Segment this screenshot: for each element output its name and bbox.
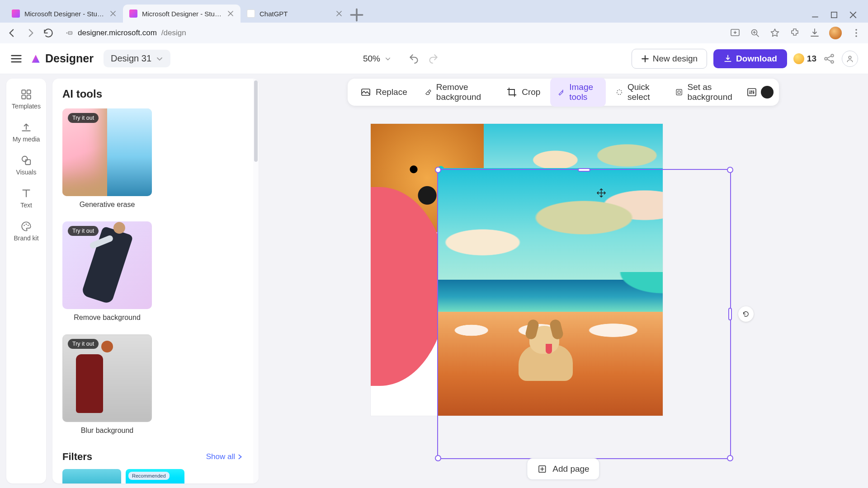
redo-icon[interactable] <box>427 53 439 65</box>
add-page-icon <box>537 464 547 474</box>
downloads-icon[interactable] <box>809 28 820 38</box>
ai-tools-grid: Try it out Generative erase Try it out R… <box>62 108 243 441</box>
filter-thumb: Recommended <box>126 469 184 483</box>
filter-normal[interactable]: Normal <box>62 469 121 483</box>
quick-select-button[interactable]: Quick select <box>609 78 665 107</box>
undo-icon[interactable] <box>408 53 420 65</box>
rail-label: Visuals <box>16 169 37 176</box>
browser-tab[interactable]: ChatGPT <box>241 5 349 23</box>
url-path: /design <box>161 28 186 38</box>
svg-point-18 <box>24 225 25 226</box>
forward-icon[interactable] <box>24 27 36 39</box>
tool-generative-erase[interactable]: Try it out Generative erase <box>62 108 152 215</box>
filter-punch[interactable]: Recommended Punch <box>126 469 184 483</box>
tool-blur-background[interactable]: Try it out Blur background <box>62 334 152 441</box>
rail-templates[interactable]: Templates <box>6 84 46 114</box>
app-body: Templates My media Visuals Text Brand ki… <box>0 74 868 488</box>
credits-counter[interactable]: 13 <box>793 53 816 64</box>
crop-button[interactable]: Crop <box>499 82 547 102</box>
menu-icon[interactable] <box>10 52 23 65</box>
text-icon <box>20 188 32 199</box>
tool-label: Remove background <box>62 309 152 328</box>
browser-tab-strip: Microsoft Designer - Stunning Microsoft … <box>0 0 868 23</box>
ai-tools-heading: AI tools <box>62 88 243 100</box>
lasso-icon <box>616 87 623 98</box>
app-header: Designer Design 31 50% New design Downlo… <box>0 43 868 74</box>
rotate-handle[interactable] <box>738 306 754 322</box>
maximize-icon[interactable] <box>830 11 838 19</box>
svg-point-1 <box>66 33 68 34</box>
move-cursor-icon <box>596 188 606 198</box>
canvas-area[interactable]: Replace Remove background Crop Image too… <box>259 74 868 488</box>
magic-wand-icon <box>557 87 565 98</box>
window-controls <box>811 11 863 23</box>
extensions-icon[interactable] <box>789 28 800 38</box>
rail-visuals[interactable]: Visuals <box>6 150 46 180</box>
share-icon[interactable] <box>823 52 835 65</box>
window-close-icon[interactable] <box>849 11 857 19</box>
chevron-down-icon <box>385 56 391 62</box>
tab-title: Microsoft Designer - Stunning <box>24 10 105 18</box>
svg-point-20 <box>28 225 29 226</box>
tool-thumb: Try it out <box>62 108 152 196</box>
panel-scrollbar[interactable] <box>253 79 259 483</box>
add-page-button[interactable]: Add page <box>527 458 599 480</box>
kebab-icon[interactable] <box>851 28 862 38</box>
replace-button[interactable]: Replace <box>353 82 415 102</box>
color-button[interactable] <box>761 83 774 101</box>
layer-sky-top[interactable] <box>484 124 663 169</box>
crop-icon <box>506 87 517 98</box>
url-host: designer.microsoft.com <box>78 28 157 38</box>
resize-handle-nw[interactable] <box>435 167 441 173</box>
resize-handle-se[interactable] <box>727 455 733 461</box>
address-field[interactable]: designer.microsoft.com/design <box>61 25 190 41</box>
install-app-icon[interactable] <box>730 28 741 38</box>
set-background-button[interactable]: Set as background <box>668 78 743 107</box>
ctx-label: Crop <box>522 87 540 97</box>
site-info-icon[interactable] <box>64 28 73 38</box>
browser-tab[interactable]: Microsoft Designer - Stunning <box>5 5 123 23</box>
adjustments-button[interactable] <box>746 83 758 101</box>
show-all-link[interactable]: Show all <box>206 452 243 461</box>
svg-point-6 <box>855 32 857 34</box>
panel-scroll[interactable]: AI tools Try it out Generative erase Try… <box>52 79 253 483</box>
svg-point-19 <box>26 224 27 225</box>
rail-text[interactable]: Text <box>6 183 46 213</box>
account-icon[interactable] <box>842 51 858 67</box>
palette-icon <box>20 221 32 232</box>
coin-icon <box>793 53 804 64</box>
close-icon[interactable] <box>109 10 117 17</box>
image-tools-button[interactable]: Image tools <box>550 78 606 107</box>
browser-tab[interactable]: Microsoft Designer - Stunning <box>123 5 241 23</box>
rail-my-media[interactable]: My media <box>6 117 46 147</box>
reload-icon[interactable] <box>42 27 54 39</box>
close-icon[interactable] <box>335 10 343 17</box>
add-page-label: Add page <box>552 464 589 474</box>
profile-avatar-icon[interactable] <box>829 27 842 39</box>
tool-remove-background[interactable]: Try it out Remove background <box>62 221 152 328</box>
selection-frame[interactable] <box>437 169 731 459</box>
design-name-select[interactable]: Design 31 <box>104 50 170 67</box>
color-swatch-icon <box>761 86 774 99</box>
minimize-icon[interactable] <box>811 11 819 19</box>
browser-actions <box>730 27 862 39</box>
remove-background-button[interactable]: Remove background <box>417 78 496 107</box>
header-actions: New design Download 13 <box>632 49 858 69</box>
close-icon[interactable] <box>227 10 234 17</box>
download-button[interactable]: Download <box>713 49 787 68</box>
new-design-button[interactable]: New design <box>632 49 707 69</box>
resize-handle-ne[interactable] <box>727 167 733 173</box>
rail-brand-kit[interactable]: Brand kit <box>6 216 46 246</box>
tool-label: Generative erase <box>62 196 152 215</box>
resize-handle-sw[interactable] <box>435 455 441 461</box>
resize-handle-n[interactable] <box>578 168 590 172</box>
back-icon[interactable] <box>6 27 18 39</box>
resize-handle-e[interactable] <box>728 308 732 320</box>
brand[interactable]: Designer <box>30 52 94 65</box>
new-tab-button[interactable] <box>349 7 364 23</box>
zoom-select[interactable]: 50% <box>363 54 391 64</box>
zoom-icon[interactable] <box>750 28 760 38</box>
bookmark-icon[interactable] <box>769 28 780 38</box>
scrollbar-thumb[interactable] <box>254 80 258 162</box>
svg-rect-14 <box>22 95 25 99</box>
